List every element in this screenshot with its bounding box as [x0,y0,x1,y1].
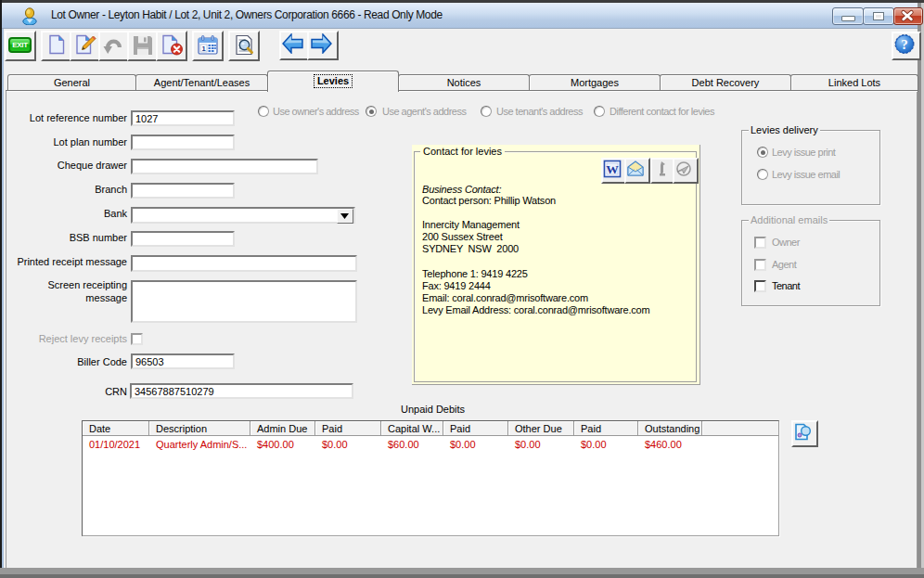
cell-outstanding[interactable]: $460.00 [638,439,702,451]
column-header-paid-3[interactable]: Paid [574,421,638,436]
previous-record-button[interactable] [279,31,310,60]
printed-receipt-label: Printed receipt message [9,256,127,267]
tab-levies[interactable]: Levies [267,71,399,92]
contact-details-text: Contact person: Phillip Watson Innercity… [422,195,650,317]
word-w-glyph: W [606,162,619,176]
owner-email-checkbox[interactable] [754,237,766,249]
cell-description[interactable]: Quarterly Admin/S... [149,439,250,451]
tab-debt-recovery-label: Debt Recovery [692,77,760,88]
column-header-paid-2[interactable]: Paid [443,421,508,436]
cell-paid-2[interactable]: $0.00 [443,439,508,451]
bank-dropdown-button[interactable] [337,209,353,224]
save-button[interactable] [127,31,159,61]
page-border-left [6,90,6,568]
owner-email-label: Owner [772,237,800,248]
bank-select[interactable] [131,207,355,224]
new-record-button[interactable] [41,31,72,61]
maximize-icon [873,12,884,20]
tenant-email-checkbox[interactable] [754,280,766,292]
cancel-record-button[interactable] [156,31,187,61]
different-contact-label: Different contact for levies [610,106,714,117]
help-button[interactable]: ? [892,32,921,60]
branch-label: Branch [9,184,127,195]
word-merge-button[interactable]: W [601,158,627,184]
lot-plan-label: Lot plan number [9,136,127,148]
levies-delivery-group [741,130,880,205]
unpaid-debits-grid[interactable]: Date Description Admin Due Paid Capital … [82,420,779,536]
use-tenants-address-radio[interactable] [481,106,492,117]
cell-paid-1[interactable]: $0.00 [315,439,381,451]
undo-button[interactable] [98,31,130,61]
calendar-day-number: 1 [201,45,205,53]
column-header-capital-works[interactable]: Capital W... [381,421,443,436]
screen-receipting-label: Screen receipting message [9,279,127,304]
diary-button[interactable]: 1 [192,31,224,61]
reject-levy-checkbox[interactable] [131,333,143,345]
agent-email-label: Agent [772,259,796,270]
bsb-input[interactable] [131,231,235,247]
cheque-drawer-input[interactable] [131,159,318,174]
send-mail-icon [674,160,693,178]
exit-button[interactable]: EXIT [5,31,36,61]
edit-record-button[interactable] [70,31,101,61]
screen-receipting-textarea[interactable] [131,280,357,323]
tab-agent-tenant-leases-label: Agent/Tenant/Leases [154,77,250,88]
next-record-button[interactable] [307,31,339,60]
close-button[interactable] [893,7,923,25]
close-icon [894,8,922,24]
biller-code-label: Biller Code [9,356,127,367]
maximize-button[interactable] [863,7,894,25]
reject-levy-label: Reject levy receipts [9,333,127,344]
tenant-email-label: Tenant [772,280,800,291]
tab-levies-label: Levies [314,74,353,88]
word-icon: W [603,160,622,178]
lot-reference-input[interactable]: 1027 [131,110,235,126]
biller-code-input[interactable]: 96503 [131,353,235,369]
envelope-icon [626,160,645,178]
levy-issue-email-radio[interactable] [757,169,768,180]
use-agents-address-label: Use agent's address [382,106,466,117]
window-title: Lot Owner - Leyton Habit / Lot 2, Unit 2… [51,3,443,28]
levy-issue-print-radio[interactable] [757,147,768,158]
column-header-paid-1[interactable]: Paid [315,421,381,436]
tab-notices-label: Notices [447,77,481,88]
use-tenants-address-label: Use tenant's address [496,106,583,117]
print-preview-button[interactable] [228,31,260,61]
column-header-outstanding[interactable]: Outstanding [638,421,702,436]
title-bar[interactable]: Lot Owner - Leyton Habit / Lot 2, Unit 2… [2,3,918,29]
cell-admin-due[interactable]: $400.00 [250,439,315,451]
calendar-icon: 1 [197,34,219,57]
view-document-icon [794,423,812,441]
additional-emails-title: Additional emails [749,214,829,225]
cell-paid-3[interactable]: $0.00 [574,439,638,451]
cell-date[interactable]: 01/10/2021 [83,439,149,451]
question-mark-glyph: ? [901,37,908,52]
cell-capital-works[interactable]: $60.00 [381,439,443,451]
page-border-right [917,90,918,568]
contact-panel-title: Contact for levies [420,146,505,157]
crn-input[interactable]: 34567887510279 [130,383,353,399]
printed-receipt-input[interactable] [131,255,357,272]
branch-input[interactable] [131,183,235,199]
next-arrow-icon [311,33,332,54]
use-agents-address-radio[interactable] [366,106,377,117]
column-header-date[interactable]: Date [83,421,149,436]
agent-email-checkbox[interactable] [754,259,766,271]
lot-plan-input[interactable] [131,135,235,150]
cell-other-due[interactable]: $0.00 [508,439,574,451]
send-email-button[interactable] [673,158,699,184]
cheque-drawer-label: Cheque drawer [9,160,127,171]
email-contact-button[interactable] [624,158,650,184]
minimize-button[interactable] [832,7,864,25]
column-header-description[interactable]: Description [149,421,250,436]
column-header-other-due[interactable]: Other Due [508,421,574,436]
use-owners-address-radio[interactable] [258,106,269,117]
save-floppy-icon [133,35,153,56]
different-contact-radio[interactable] [594,106,605,117]
column-header-admin-due[interactable]: Admin Due [250,421,315,436]
new-document-icon [46,34,67,55]
view-debits-button[interactable] [791,420,818,447]
business-contact-heading: Business Contact: [422,184,501,195]
pen-icon [652,160,671,178]
cancel-document-icon [160,34,184,56]
